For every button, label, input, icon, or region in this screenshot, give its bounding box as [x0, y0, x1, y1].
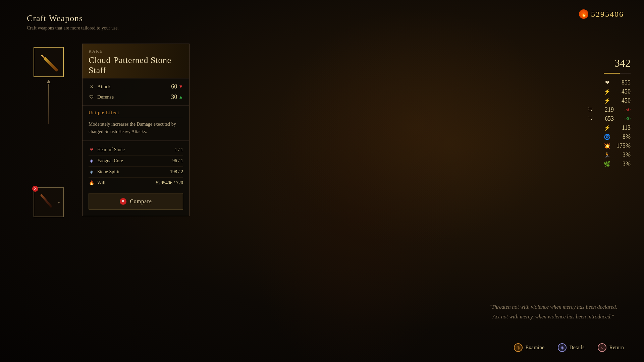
right-stat-hp: ❤ 855	[604, 79, 631, 86]
def2-icon: 🛡	[587, 116, 594, 122]
currency-icon: 🔥	[579, 9, 588, 19]
material-row-stone-spirit: ◈ Stone Spirit 198 / 2	[89, 167, 183, 178]
atk1-value: 450	[614, 88, 631, 95]
right-stat-def2: 🛡 653 +30	[587, 115, 631, 122]
attack-icon: ⚔	[89, 84, 95, 90]
right-stat-r1: 🌀 8%	[604, 133, 631, 140]
right-stat-atk1: ⚡ 450	[604, 88, 631, 95]
weapon-selector: ✕ ✦	[34, 47, 64, 217]
material-row-yaoguai-core: ◈ Yaoguai Core 96 / 1	[89, 156, 183, 167]
right-stat-r4: 🌿 3%	[604, 161, 631, 168]
stone-spirit-label: ◈ Stone Spirit	[89, 169, 120, 175]
def1-diff: -50	[617, 107, 631, 113]
right-stat-def1: 🛡 219 -50	[587, 106, 631, 113]
yaoguai-core-icon: ◈	[89, 158, 95, 164]
defense-icon: 🛡	[89, 94, 95, 100]
right-stat-r3: 🏃 3%	[604, 152, 631, 159]
currency-amount: 5295406	[591, 10, 624, 19]
examine-button[interactable]: ◎ Examine	[514, 343, 544, 352]
hp-value: 855	[614, 79, 631, 86]
r3-value: 3%	[614, 152, 631, 159]
def1-value: 219	[597, 106, 614, 113]
defense-trend-icon: ▲	[178, 95, 183, 100]
stone-spirit-count: 198 / 2	[170, 169, 183, 175]
right-stat-atk2: ⚡ 450	[604, 97, 631, 104]
right-stat-spd: ⚡ 113	[604, 124, 631, 131]
attack-stat-row: ⚔ Attack 60 ▼	[89, 83, 183, 90]
will-icon: 🔥	[89, 180, 95, 186]
page-title: Craft Weapons	[27, 13, 119, 23]
materials-section: ❤ Heart of Stone 1 / 1 ◈ Yaoguai Core 96…	[83, 141, 189, 192]
r4-icon: 🌿	[604, 161, 610, 167]
stone-spirit-icon: ◈	[89, 169, 95, 175]
stats-section: ⚔ Attack 60 ▼ 🛡 Defense 30 ▲	[83, 78, 189, 106]
spd-icon: ⚡	[604, 125, 610, 131]
level-bar-fill	[604, 73, 620, 74]
level-bar	[604, 73, 631, 74]
weapon-icon-dark	[33, 188, 61, 217]
attack-value: 60 ▼	[171, 83, 183, 90]
cross-mark: ✕	[32, 186, 38, 192]
weapon-slot-primary[interactable]	[34, 47, 64, 77]
return-button[interactable]: ○ Return	[598, 343, 624, 352]
r2-icon: 💥	[604, 143, 610, 149]
level-display: 342	[614, 57, 631, 69]
attack-trend-icon: ▼	[178, 84, 183, 89]
defense-value: 30 ▲	[171, 94, 183, 101]
right-stats-panel: 342 ❤ 855 ⚡ 450 ⚡ 450 🛡 219 -50 🛡 653 +3…	[587, 57, 631, 168]
r2-value: 175%	[614, 142, 631, 149]
attack-label: ⚔ Attack	[89, 84, 111, 90]
page-subtitle: Craft weapons that are more tailored to …	[27, 25, 119, 31]
atk2-value: 450	[614, 97, 631, 104]
unique-effect-section: Unique Effect Moderately increases the D…	[83, 106, 189, 141]
details-button[interactable]: ◉ Details	[558, 343, 584, 352]
compare-button[interactable]: ✕ Compare	[89, 193, 183, 210]
atk1-icon: ⚡	[604, 88, 610, 95]
atk2-icon: ⚡	[604, 98, 610, 104]
quote-text: "Threaten not with violence when mercy h…	[489, 302, 617, 322]
compare-icon: ✕	[120, 198, 126, 205]
will-count: 5295406 / 720	[156, 180, 183, 186]
r1-value: 8%	[614, 133, 631, 140]
hp-icon: ❤	[604, 79, 610, 86]
rarity-label: Rare	[89, 49, 183, 54]
defense-stat-row: 🛡 Defense 30 ▲	[89, 94, 183, 101]
weapon-connector	[47, 80, 51, 124]
heart-of-stone-count: 1 / 1	[175, 147, 183, 153]
yaoguai-core-count: 96 / 1	[172, 158, 183, 164]
currency-display: 🔥 5295406	[579, 9, 624, 19]
r3-icon: 🏃	[604, 152, 610, 158]
will-label: 🔥 Will	[89, 180, 105, 186]
weapon-icon-staff	[35, 48, 63, 76]
heart-of-stone-icon: ❤	[89, 147, 95, 153]
details-icon: ◉	[558, 343, 567, 352]
right-stat-r2: 💥 175%	[604, 142, 631, 149]
material-row-will: 🔥 Will 5295406 / 720	[89, 178, 183, 188]
rarity-header: Rare Cloud-Patterned Stone Staff	[83, 44, 189, 78]
weapon-slot-secondary[interactable]: ✕ ✦	[34, 187, 64, 217]
yaoguai-core-label: ◈ Yaoguai Core	[89, 158, 123, 164]
return-icon: ○	[598, 343, 606, 352]
heart-of-stone-label: ❤ Heart of Stone	[89, 147, 125, 153]
weapon-panel: Rare Cloud-Patterned Stone Staff ⚔ Attac…	[82, 44, 190, 216]
unique-effect-title: Unique Effect	[89, 110, 183, 117]
unique-effect-text: Moderately increases the Damage executed…	[89, 121, 183, 136]
examine-icon: ◎	[514, 343, 523, 352]
material-row-heart-of-stone: ❤ Heart of Stone 1 / 1	[89, 144, 183, 156]
defense-label: 🛡 Defense	[89, 94, 114, 100]
def2-diff: +30	[617, 116, 631, 122]
r4-value: 3%	[614, 161, 631, 168]
spd-value: 113	[614, 124, 631, 131]
def2-value: 653	[597, 115, 614, 122]
def1-icon: 🛡	[587, 107, 594, 113]
bottom-actions: ◎ Examine ◉ Details ○ Return	[514, 343, 624, 352]
r1-icon: 🌀	[604, 134, 610, 140]
weapon-name: Cloud-Patterned Stone Staff	[89, 55, 183, 75]
